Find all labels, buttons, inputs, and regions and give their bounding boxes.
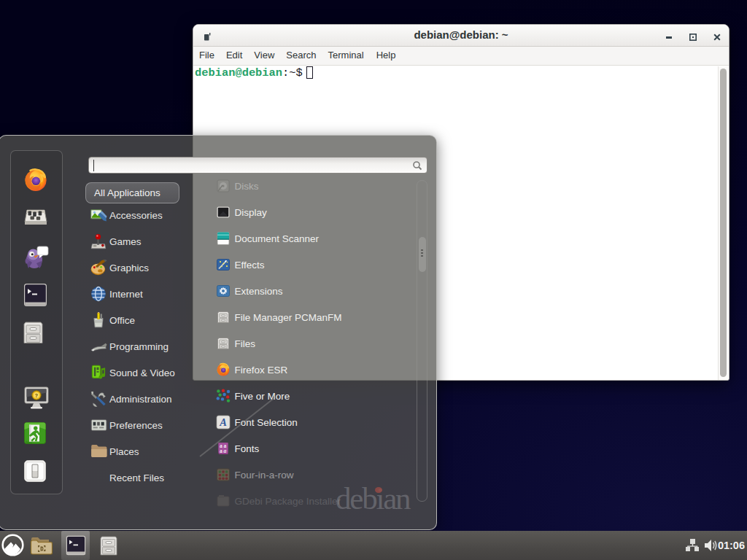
svg-text:?: ? [35,393,38,398]
